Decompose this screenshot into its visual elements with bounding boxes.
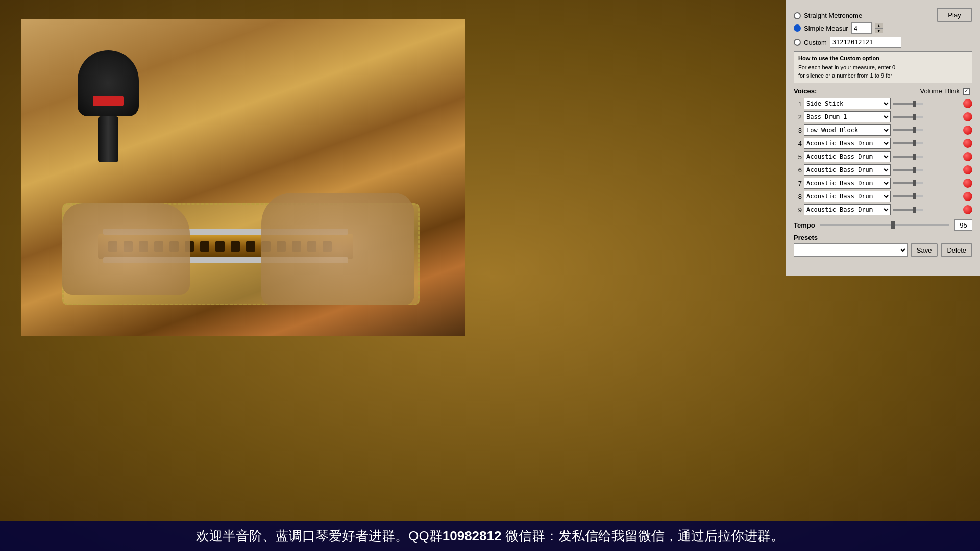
voice-row-9: 9 Acoustic Bass Drum — [794, 204, 972, 215]
blink-dot-2[interactable] — [963, 112, 972, 121]
voice-row-4: 4 Acoustic Bass Drum — [794, 138, 972, 149]
spinner-up[interactable]: ▲ — [875, 23, 883, 28]
volume-slider-9[interactable] — [893, 209, 923, 211]
subtitle-part1: 欢迎半音阶、蓝调口琴爱好者进群。QQ群 — [196, 528, 442, 543]
straight-metronome-label: Straight Metronome — [804, 12, 862, 19]
voice-select-6[interactable]: Acoustic Bass Drum — [804, 164, 891, 176]
blink-label: Blink — [945, 87, 960, 95]
save-button[interactable]: Save — [911, 243, 938, 257]
microphone — [78, 50, 139, 162]
blink-dot-6[interactable] — [963, 165, 972, 174]
volume-area-9 — [893, 209, 961, 211]
simple-measure-radio[interactable] — [794, 24, 801, 32]
voices-list: 1 Side Stick 2 Bass Drum 1 3 — [794, 98, 972, 215]
voice-select-1[interactable]: Side Stick — [804, 98, 891, 109]
custom-radio[interactable] — [794, 39, 801, 46]
custom-info-text: For each beat in your measure, enter 0fo… — [798, 64, 968, 80]
custom-info-title: How to use the Custom option — [798, 55, 968, 62]
control-panel: Play Straight Metronome Simple Measur ▲ … — [786, 0, 980, 276]
volume-area-2 — [893, 116, 961, 118]
voices-label: Voices: — [794, 87, 817, 95]
voice-num-1: 1 — [794, 100, 802, 108]
voice-num-6: 6 — [794, 166, 802, 174]
voice-num-5: 5 — [794, 153, 802, 161]
video-player — [21, 19, 465, 336]
tempo-row: Tempo — [794, 219, 972, 231]
video-frame — [21, 19, 465, 336]
blink-dot-1[interactable] — [963, 99, 972, 108]
subtitle-bar: 欢迎半音阶、蓝调口琴爱好者进群。QQ群10982812 微信群：发私信给我留微信… — [0, 521, 980, 551]
voice-row-8: 8 Acoustic Bass Drum — [794, 191, 972, 202]
blink-dot-3[interactable] — [963, 126, 972, 135]
tempo-value-input[interactable] — [954, 219, 972, 231]
voice-num-3: 3 — [794, 127, 802, 134]
blink-dot-7[interactable] — [963, 179, 972, 188]
straight-metronome-radio[interactable] — [794, 12, 801, 19]
volume-slider-2[interactable] — [893, 116, 923, 118]
voice-select-8[interactable]: Acoustic Bass Drum — [804, 191, 891, 202]
tempo-slider[interactable] — [820, 224, 949, 226]
blink-dot-8[interactable] — [963, 192, 972, 201]
voice-row-2: 2 Bass Drum 1 — [794, 111, 972, 122]
volume-slider-8[interactable] — [893, 195, 923, 197]
simple-measure-label: Simple Measur — [804, 24, 848, 32]
voice-num-8: 8 — [794, 193, 802, 201]
presets-select[interactable] — [794, 243, 908, 257]
volume-slider-5[interactable] — [893, 156, 923, 158]
volume-slider-1[interactable] — [893, 103, 923, 105]
subtitle-text: 欢迎半音阶、蓝调口琴爱好者进群。QQ群10982812 微信群：发私信给我留微信… — [196, 528, 783, 545]
blink-dot-4[interactable] — [963, 139, 972, 148]
voice-num-9: 9 — [794, 206, 802, 214]
blink-dot-5[interactable] — [963, 152, 972, 161]
volume-area-8 — [893, 195, 961, 197]
tempo-label: Tempo — [794, 221, 815, 229]
volume-slider-7[interactable] — [893, 182, 923, 184]
hand-right — [261, 193, 414, 305]
simple-measure-input[interactable] — [851, 22, 872, 34]
blink-checkbox[interactable]: ✓ — [963, 88, 970, 95]
custom-input[interactable] — [830, 37, 901, 48]
delete-button[interactable]: Delete — [941, 243, 972, 257]
voice-select-9[interactable]: Acoustic Bass Drum — [804, 204, 891, 215]
volume-slider-6[interactable] — [893, 169, 923, 171]
voice-row-5: 5 Acoustic Bass Drum — [794, 151, 972, 162]
hand-left — [62, 203, 190, 295]
volume-area-7 — [893, 182, 961, 184]
blink-dot-9[interactable] — [963, 205, 972, 214]
volume-slider-3[interactable] — [893, 129, 923, 131]
voice-select-7[interactable]: Acoustic Bass Drum — [804, 178, 891, 189]
custom-info-box: How to use the Custom option For each be… — [794, 51, 972, 83]
voice-select-3[interactable]: Low Wood Block — [804, 124, 891, 136]
volume-area-6 — [893, 169, 961, 171]
volume-area-3 — [893, 129, 961, 131]
custom-label: Custom — [804, 39, 827, 46]
volume-area-5 — [893, 156, 961, 158]
subtitle-highlight: 10982812 — [443, 528, 502, 543]
voice-row-7: 7 Acoustic Bass Drum — [794, 178, 972, 189]
presets-label: Presets — [794, 234, 818, 241]
play-button[interactable]: Play — [937, 8, 972, 22]
volume-slider-4[interactable] — [893, 142, 923, 144]
presets-row: Save Delete — [794, 243, 972, 257]
voice-row-6: 6 Acoustic Bass Drum — [794, 164, 972, 176]
voices-header: Voices: Volume Blink ✓ — [794, 87, 972, 95]
volume-area-1 — [893, 103, 961, 105]
volume-area-4 — [893, 142, 961, 144]
voice-row-3: 3 Low Wood Block — [794, 124, 972, 136]
voice-row-1: 1 Side Stick — [794, 98, 972, 109]
voice-num-2: 2 — [794, 113, 802, 121]
voice-select-5[interactable]: Acoustic Bass Drum — [804, 151, 891, 162]
voice-num-7: 7 — [794, 180, 802, 187]
subtitle-part2: 微信群：发私信给我留微信，通过后拉你进群。 — [501, 528, 783, 543]
volume-label: Volume — [920, 87, 942, 95]
voice-num-4: 4 — [794, 140, 802, 147]
voice-select-2[interactable]: Bass Drum 1 — [804, 111, 891, 122]
measure-spinner[interactable]: ▲ ▼ — [875, 23, 883, 33]
spinner-down[interactable]: ▼ — [875, 28, 883, 33]
voice-select-4[interactable]: Acoustic Bass Drum — [804, 138, 891, 149]
